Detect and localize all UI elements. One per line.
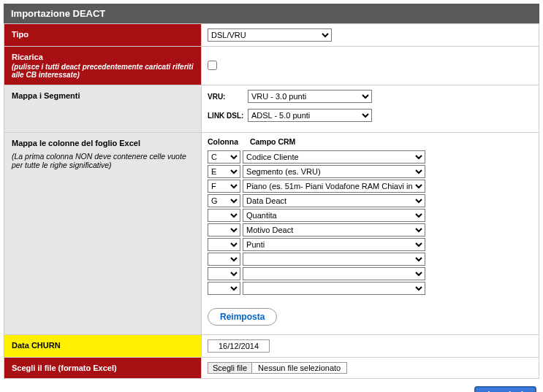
crm-field-select[interactable]: Punti [243, 238, 425, 251]
column-map-row [208, 282, 533, 295]
column-map-row: F Piano (es. 51m- Piani Vodafone RAM Chi… [208, 180, 533, 193]
file-status: Nessun file selezionato [252, 362, 347, 374]
excel-column-select[interactable] [208, 253, 240, 266]
crm-field-select[interactable] [243, 253, 425, 266]
excel-column-select[interactable] [208, 209, 240, 222]
crm-field-select[interactable] [243, 282, 425, 295]
excel-column-select[interactable] [208, 267, 240, 280]
ricarica-checkbox[interactable] [208, 61, 217, 70]
segment-name: LINK DSL: [208, 112, 248, 120]
mappa-label: Mappa le colonne del foglio Excel (La pr… [4, 133, 202, 335]
crm-field-select[interactable]: Quantita [243, 209, 425, 222]
crm-field-select[interactable] [243, 267, 425, 280]
segment-select[interactable]: VRU - 3.0 punti [248, 90, 372, 103]
segment-row: LINK DSL:ADSL - 5.0 punti [208, 109, 533, 122]
mappa-column-headers: Colonna Campo CRM [208, 137, 533, 146]
segmenti-label: Mappa i Segmenti [4, 85, 202, 133]
form-table: Tipo DSL/VRU Ricarica (pulisce i tutti d… [4, 23, 539, 379]
column-map-row: C Codice Cliente [208, 150, 533, 164]
excel-column-select[interactable]: F [208, 180, 240, 193]
column-map-row: E Segmento (es. VRU) [208, 165, 533, 178]
churn-label: Data CHURN [4, 335, 202, 358]
tipo-label: Tipo [4, 24, 202, 47]
ricarica-label: Ricarica (pulisce i tutti deact preceden… [4, 47, 202, 85]
column-map-row [208, 253, 533, 266]
reset-button[interactable]: Reimposta [208, 308, 277, 326]
excel-column-select[interactable]: E [208, 165, 240, 178]
file-label: Scegli il file (formato Excel) [4, 358, 202, 379]
excel-column-select[interactable]: G [208, 194, 240, 207]
submit-button[interactable]: inserisci [474, 386, 536, 392]
column-map-row: Motivo Deact [208, 223, 533, 237]
crm-field-select[interactable]: Piano (es. 51m- Piani Vodafone RAM Chiav… [243, 180, 425, 193]
excel-column-select[interactable] [208, 223, 240, 237]
import-deact-form: Importazione DEACT Tipo DSL/VRU Ricarica… [4, 4, 539, 392]
excel-column-select[interactable] [208, 238, 240, 251]
tipo-select[interactable]: DSL/VRU [208, 28, 332, 42]
choose-file-button[interactable]: Scegli file [208, 362, 252, 374]
segment-name: VRU: [208, 93, 248, 101]
column-map-row: G Data Deact [208, 194, 533, 207]
column-map-row [208, 267, 533, 280]
crm-field-select[interactable]: Motivo Deact [243, 223, 425, 237]
column-map-row: Punti [208, 238, 533, 251]
excel-column-select[interactable] [208, 282, 240, 295]
crm-field-select[interactable]: Codice Cliente [243, 150, 425, 164]
page-title: Importazione DEACT [4, 4, 539, 23]
excel-column-select[interactable]: C [208, 150, 240, 164]
column-map-row: Quantita [208, 209, 533, 222]
crm-field-select[interactable]: Data Deact [243, 194, 425, 207]
segment-select[interactable]: ADSL - 5.0 punti [248, 109, 372, 122]
segment-row: VRU:VRU - 3.0 punti [208, 90, 533, 103]
churn-date-input[interactable]: 16/12/2014 [208, 339, 270, 353]
crm-field-select[interactable]: Segmento (es. VRU) [243, 165, 425, 178]
